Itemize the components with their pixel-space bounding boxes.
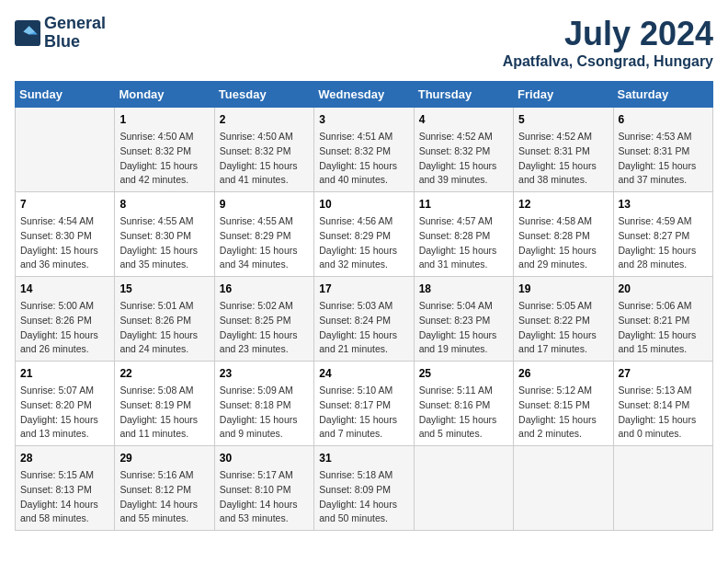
day-number: 28 bbox=[20, 450, 109, 466]
calendar-cell: 3Sunrise: 4:51 AMSunset: 8:32 PMDaylight… bbox=[314, 108, 414, 192]
day-number: 20 bbox=[619, 281, 708, 297]
day-detail: Sunrise: 4:50 AMSunset: 8:32 PMDaylight:… bbox=[119, 130, 209, 188]
day-detail: Sunrise: 5:12 AMSunset: 8:15 PMDaylight:… bbox=[518, 384, 608, 442]
week-row-4: 21Sunrise: 5:07 AMSunset: 8:20 PMDayligh… bbox=[16, 362, 713, 446]
calendar-cell: 8Sunrise: 4:55 AMSunset: 8:30 PMDaylight… bbox=[115, 192, 214, 277]
day-detail: Sunrise: 4:54 AMSunset: 8:30 PMDaylight:… bbox=[20, 214, 109, 272]
calendar-cell: 14Sunrise: 5:00 AMSunset: 8:26 PMDayligh… bbox=[16, 277, 115, 362]
day-number: 8 bbox=[119, 196, 209, 213]
calendar-cell: 12Sunrise: 4:58 AMSunset: 8:28 PMDayligh… bbox=[514, 192, 613, 277]
calendar-cell: 21Sunrise: 5:07 AMSunset: 8:20 PMDayligh… bbox=[16, 362, 115, 446]
week-row-3: 14Sunrise: 5:00 AMSunset: 8:26 PMDayligh… bbox=[16, 277, 713, 362]
day-number: 5 bbox=[518, 111, 608, 128]
day-number: 10 bbox=[319, 196, 408, 213]
calendar-cell: 1Sunrise: 4:50 AMSunset: 8:32 PMDaylight… bbox=[115, 108, 214, 192]
day-number: 15 bbox=[119, 281, 209, 297]
day-detail: Sunrise: 5:09 AMSunset: 8:18 PMDaylight:… bbox=[220, 384, 309, 442]
calendar-cell: 6Sunrise: 4:53 AMSunset: 8:31 PMDaylight… bbox=[613, 108, 712, 192]
day-detail: Sunrise: 4:56 AMSunset: 8:29 PMDaylight:… bbox=[319, 214, 408, 272]
location-title: Apatfalva, Csongrad, Hungary bbox=[503, 53, 713, 70]
day-number: 23 bbox=[220, 365, 309, 382]
calendar-cell: 15Sunrise: 5:01 AMSunset: 8:26 PMDayligh… bbox=[115, 277, 214, 362]
day-detail: Sunrise: 5:03 AMSunset: 8:24 PMDaylight:… bbox=[319, 299, 408, 357]
month-title: July 2024 bbox=[503, 15, 713, 53]
day-number: 27 bbox=[619, 365, 708, 382]
day-number: 3 bbox=[319, 111, 408, 128]
calendar-cell: 17Sunrise: 5:03 AMSunset: 8:24 PMDayligh… bbox=[314, 277, 414, 362]
day-number: 12 bbox=[518, 196, 608, 213]
day-number: 29 bbox=[119, 450, 209, 466]
calendar-cell: 24Sunrise: 5:10 AMSunset: 8:17 PMDayligh… bbox=[314, 362, 414, 446]
calendar-cell: 7Sunrise: 4:54 AMSunset: 8:30 PMDaylight… bbox=[16, 192, 115, 277]
day-number: 31 bbox=[319, 450, 408, 466]
day-detail: Sunrise: 5:17 AMSunset: 8:10 PMDaylight:… bbox=[220, 468, 309, 526]
day-detail: Sunrise: 4:57 AMSunset: 8:28 PMDaylight:… bbox=[419, 214, 508, 272]
day-number: 17 bbox=[319, 281, 408, 297]
day-detail: Sunrise: 5:11 AMSunset: 8:16 PMDaylight:… bbox=[419, 384, 508, 442]
day-detail: Sunrise: 5:10 AMSunset: 8:17 PMDaylight:… bbox=[319, 384, 408, 442]
day-detail: Sunrise: 5:04 AMSunset: 8:23 PMDaylight:… bbox=[419, 299, 508, 357]
day-number: 18 bbox=[419, 281, 508, 297]
day-detail: Sunrise: 4:52 AMSunset: 8:31 PMDaylight:… bbox=[518, 130, 608, 188]
logo-line2: Blue bbox=[44, 33, 106, 52]
column-header-wednesday: Wednesday bbox=[314, 82, 414, 108]
day-detail: Sunrise: 5:02 AMSunset: 8:25 PMDaylight:… bbox=[220, 299, 309, 357]
logo-line1: General bbox=[44, 15, 106, 33]
day-detail: Sunrise: 4:53 AMSunset: 8:31 PMDaylight:… bbox=[619, 130, 708, 188]
column-header-tuesday: Tuesday bbox=[214, 82, 313, 108]
day-number: 7 bbox=[20, 196, 109, 213]
column-header-friday: Friday bbox=[514, 82, 613, 108]
day-number: 1 bbox=[119, 111, 209, 128]
day-detail: Sunrise: 5:07 AMSunset: 8:20 PMDaylight:… bbox=[20, 384, 109, 442]
logo: General Blue bbox=[15, 15, 106, 52]
calendar-table: SundayMondayTuesdayWednesdayThursdayFrid… bbox=[15, 81, 713, 531]
page-container: General Blue July 2024 Apatfalva, Csongr… bbox=[15, 15, 713, 531]
day-number: 2 bbox=[220, 111, 309, 128]
calendar-cell: 2Sunrise: 4:50 AMSunset: 8:32 PMDaylight… bbox=[214, 108, 313, 192]
calendar-cell: 25Sunrise: 5:11 AMSunset: 8:16 PMDayligh… bbox=[414, 362, 513, 446]
calendar-cell: 20Sunrise: 5:06 AMSunset: 8:21 PMDayligh… bbox=[613, 277, 712, 362]
day-number: 25 bbox=[419, 365, 508, 382]
calendar-cell: 9Sunrise: 4:55 AMSunset: 8:29 PMDaylight… bbox=[214, 192, 313, 277]
day-number: 22 bbox=[119, 365, 209, 382]
calendar-cell bbox=[16, 108, 115, 192]
day-number: 6 bbox=[619, 111, 708, 128]
day-detail: Sunrise: 5:00 AMSunset: 8:26 PMDaylight:… bbox=[20, 299, 109, 357]
calendar-cell: 4Sunrise: 4:52 AMSunset: 8:32 PMDaylight… bbox=[414, 108, 513, 192]
day-number: 26 bbox=[518, 365, 608, 382]
day-number: 13 bbox=[619, 196, 708, 213]
day-detail: Sunrise: 4:59 AMSunset: 8:27 PMDaylight:… bbox=[619, 214, 708, 272]
calendar-cell: 28Sunrise: 5:15 AMSunset: 8:13 PMDayligh… bbox=[16, 446, 115, 531]
calendar-cell: 11Sunrise: 4:57 AMSunset: 8:28 PMDayligh… bbox=[414, 192, 513, 277]
column-header-saturday: Saturday bbox=[613, 82, 712, 108]
calendar-cell: 18Sunrise: 5:04 AMSunset: 8:23 PMDayligh… bbox=[414, 277, 513, 362]
day-detail: Sunrise: 4:52 AMSunset: 8:32 PMDaylight:… bbox=[419, 130, 508, 188]
day-number: 19 bbox=[518, 281, 608, 297]
calendar-cell: 10Sunrise: 4:56 AMSunset: 8:29 PMDayligh… bbox=[314, 192, 414, 277]
day-number: 16 bbox=[220, 281, 309, 297]
day-detail: Sunrise: 5:18 AMSunset: 8:09 PMDaylight:… bbox=[319, 468, 408, 526]
day-detail: Sunrise: 5:15 AMSunset: 8:13 PMDaylight:… bbox=[20, 468, 109, 526]
day-detail: Sunrise: 5:08 AMSunset: 8:19 PMDaylight:… bbox=[119, 384, 209, 442]
column-header-monday: Monday bbox=[115, 82, 214, 108]
day-detail: Sunrise: 5:06 AMSunset: 8:21 PMDaylight:… bbox=[619, 299, 708, 357]
day-detail: Sunrise: 4:50 AMSunset: 8:32 PMDaylight:… bbox=[220, 130, 309, 188]
calendar-cell: 26Sunrise: 5:12 AMSunset: 8:15 PMDayligh… bbox=[514, 362, 613, 446]
column-header-sunday: Sunday bbox=[16, 82, 115, 108]
day-detail: Sunrise: 5:01 AMSunset: 8:26 PMDaylight:… bbox=[119, 299, 209, 357]
calendar-cell: 27Sunrise: 5:13 AMSunset: 8:14 PMDayligh… bbox=[613, 362, 712, 446]
day-detail: Sunrise: 4:51 AMSunset: 8:32 PMDaylight:… bbox=[319, 130, 408, 188]
day-detail: Sunrise: 4:55 AMSunset: 8:29 PMDaylight:… bbox=[220, 214, 309, 272]
calendar-cell: 16Sunrise: 5:02 AMSunset: 8:25 PMDayligh… bbox=[214, 277, 313, 362]
calendar-cell bbox=[414, 446, 513, 531]
calendar-cell: 22Sunrise: 5:08 AMSunset: 8:19 PMDayligh… bbox=[115, 362, 214, 446]
day-number: 14 bbox=[20, 281, 109, 297]
column-header-thursday: Thursday bbox=[414, 82, 513, 108]
page-header: General Blue July 2024 Apatfalva, Csongr… bbox=[15, 15, 713, 70]
calendar-cell: 13Sunrise: 4:59 AMSunset: 8:27 PMDayligh… bbox=[613, 192, 712, 277]
day-number: 30 bbox=[220, 450, 309, 466]
calendar-cell: 29Sunrise: 5:16 AMSunset: 8:12 PMDayligh… bbox=[115, 446, 214, 531]
calendar-cell: 31Sunrise: 5:18 AMSunset: 8:09 PMDayligh… bbox=[314, 446, 414, 531]
day-number: 21 bbox=[20, 365, 109, 382]
calendar-cell: 23Sunrise: 5:09 AMSunset: 8:18 PMDayligh… bbox=[214, 362, 313, 446]
